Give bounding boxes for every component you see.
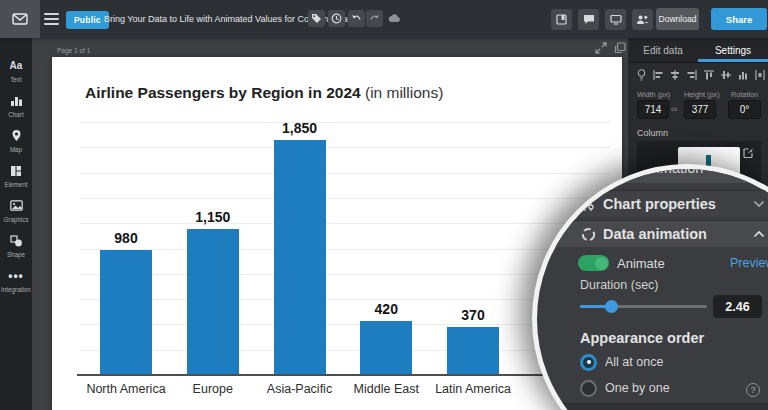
rotation-label: Rotation [731, 90, 758, 99]
radio-one-by-one[interactable]: One by one [580, 379, 670, 397]
menu-icon[interactable] [44, 13, 59, 25]
sidebar-item-label: Map [10, 146, 22, 153]
bar-category-label: Middle East [336, 382, 436, 396]
rotation-input[interactable]: 0° [728, 100, 761, 119]
bar[interactable] [187, 229, 239, 374]
width-label: Width (px) [637, 90, 670, 99]
bar-value-label: 370 [428, 307, 518, 323]
align-left-icon[interactable] [652, 69, 664, 81]
bar[interactable] [447, 327, 499, 374]
width-input[interactable]: 714 [637, 100, 669, 119]
sidebar-item-integration[interactable]: ••• Integration [0, 268, 32, 293]
app-logo[interactable] [0, 0, 40, 38]
expand-button[interactable] [595, 42, 607, 54]
chart-title-suffix: (in millions) [361, 84, 444, 101]
chart-type-icon[interactable] [737, 69, 749, 81]
text-icon: Aa [10, 58, 23, 73]
element-icon [10, 163, 22, 178]
toggle-knob [595, 257, 608, 270]
bar-category-label: Latin America [423, 382, 523, 396]
animation-spinner-icon [581, 227, 596, 242]
align-right-icon[interactable] [686, 69, 698, 81]
bar-value-label: 1,150 [168, 209, 258, 225]
share-button[interactable]: Share [711, 8, 767, 30]
duration-value[interactable]: 2.46 [713, 295, 762, 318]
public-badge[interactable]: Public [66, 11, 109, 29]
next-section-strip [537, 403, 768, 410]
chevron-down-icon [753, 200, 765, 208]
bar-value-label: 420 [341, 301, 431, 317]
chart-title[interactable]: Airline Passengers by Region in 2024 (in… [85, 84, 443, 102]
cloud-icon [388, 14, 401, 23]
bar-value-label: 1,850 [255, 120, 345, 136]
collaborators-icon [636, 14, 649, 25]
height-input[interactable]: 377 [684, 100, 716, 119]
shape-icon [10, 233, 23, 248]
sidebar-item-map[interactable]: Map [0, 128, 32, 153]
radio-label: One by one [605, 381, 670, 395]
left-sidebar: Aa Text Chart Map Element Graphics Shape… [0, 38, 32, 410]
animate-toggle[interactable] [578, 255, 609, 271]
radio-selected-icon [580, 354, 597, 371]
bar-value-label: 980 [81, 230, 171, 246]
sidebar-item-label: Graphics [3, 216, 28, 223]
sidebar-item-graphics[interactable]: Graphics [0, 198, 32, 223]
height-label: Height (px) [684, 90, 720, 99]
animate-label: Animate [617, 256, 665, 271]
collaborators-button[interactable] [632, 9, 653, 30]
tag-button[interactable] [308, 10, 325, 27]
sidebar-item-element[interactable]: Element [0, 163, 32, 188]
history-icon [331, 13, 342, 24]
data-animation-section[interactable]: Data animation [537, 220, 768, 247]
page-indicator: Page 1 of 1 [57, 47, 90, 54]
distribute-icon[interactable] [754, 69, 766, 81]
bar-category-label: Asia-Pacific [250, 382, 350, 396]
sidebar-item-chart[interactable]: Chart [0, 93, 32, 118]
duration-slider-handle[interactable] [605, 300, 618, 313]
data-animation-label: Data animation [603, 226, 707, 242]
column-section-label: Column [637, 128, 668, 138]
graphics-icon [10, 198, 23, 213]
align-top-icon[interactable] [703, 69, 715, 81]
download-button[interactable]: Download [656, 8, 699, 30]
chart-properties-label: Chart properties [603, 196, 716, 212]
sidebar-item-text[interactable]: Aa Text [0, 58, 32, 83]
topbar-right-group [551, 8, 659, 30]
help-icon[interactable]: ? [746, 383, 760, 397]
cloud-sync-button[interactable] [386, 10, 403, 27]
sidebar-item-label: Element [4, 181, 27, 188]
theme-icon[interactable] [635, 69, 647, 81]
appearance-order-label: Appearance order [580, 330, 704, 346]
bar[interactable] [100, 250, 152, 374]
present-button[interactable] [605, 9, 626, 30]
undo-button[interactable] [348, 10, 365, 27]
bar-category-label: Europe [163, 382, 263, 396]
comment-button[interactable] [578, 9, 599, 30]
bar[interactable] [360, 321, 412, 374]
radio-all-at-once[interactable]: All at once [580, 353, 663, 371]
align-center-icon[interactable] [669, 69, 681, 81]
chart-title-main: Airline Passengers by Region in 2024 [85, 84, 361, 101]
sidebar-item-shape[interactable]: Shape [0, 233, 32, 258]
plot-area[interactable]: 980North America1,150Europe1,850Asia-Pac… [80, 122, 610, 375]
duration-slider-track[interactable] [580, 305, 707, 308]
align-middle-icon[interactable] [720, 69, 732, 81]
chevron-up-icon [753, 230, 765, 238]
duration-label: Duration (sec) [580, 278, 659, 292]
link-dimensions-icon[interactable]: ∞ [671, 104, 676, 114]
duplicate-page-button[interactable] [614, 42, 626, 54]
bar[interactable] [274, 140, 326, 374]
edit-icon[interactable] [743, 147, 754, 158]
notes-icon [556, 14, 567, 25]
notes-button[interactable] [551, 9, 572, 30]
sidebar-item-label: Integration [1, 286, 31, 293]
redo-button[interactable] [366, 10, 383, 27]
history-button[interactable] [328, 10, 345, 27]
radio-label: All at once [605, 355, 663, 369]
x-axis-line [77, 374, 613, 376]
comment-icon [583, 14, 595, 25]
preview-link[interactable]: Preview [730, 256, 768, 270]
tab-edit-data[interactable]: Edit data [628, 38, 698, 63]
sidebar-item-label: Chart [8, 111, 23, 118]
integration-icon: ••• [8, 268, 24, 283]
